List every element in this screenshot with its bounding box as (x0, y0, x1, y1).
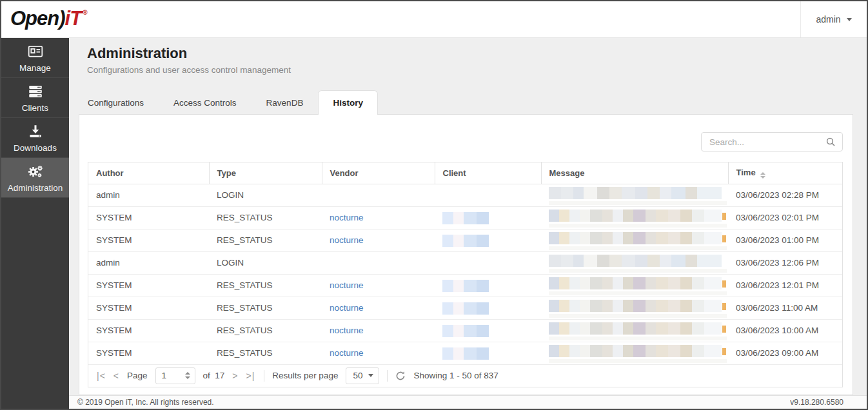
sidebar-item-downloads[interactable]: Downloads (1, 118, 69, 158)
redacted-message-data (549, 345, 722, 357)
column-header-message[interactable]: Message (541, 162, 728, 184)
tab-ravendb[interactable]: RavenDB (252, 90, 319, 115)
vendor-link[interactable]: nocturne (330, 303, 364, 313)
table-row[interactable]: SYSTEM RES_STATUS nocturne 03/06/2023 11… (88, 297, 842, 319)
vendor-cell: nocturne (322, 342, 435, 364)
search-input[interactable] (701, 132, 843, 151)
author-cell: SYSTEM (88, 274, 209, 297)
logo-text: Open) (10, 7, 65, 30)
sidebar-item-clients[interactable]: Clients (1, 78, 69, 118)
redacted-message-data (549, 210, 722, 222)
redacted-message-data (549, 277, 722, 289)
first-page-button[interactable]: |< (97, 371, 106, 381)
time-cell: 03/06/2023 02:28 PM (728, 184, 842, 206)
column-header-type[interactable]: Type (209, 162, 322, 184)
last-page-button[interactable]: >| (246, 371, 255, 381)
sidebar: Manage Clients Downloads (1, 38, 69, 409)
sidebar-item-administration[interactable]: Administration (1, 158, 69, 198)
page-title: Administration (87, 45, 187, 62)
author-cell: admin (88, 251, 209, 274)
page-spinner[interactable] (185, 372, 190, 379)
table-row[interactable]: admin LOGIN 03/06/2023 12:06 PM (88, 251, 842, 274)
client-cell (435, 251, 541, 274)
client-cell (435, 206, 541, 229)
previous-page-button[interactable]: < (113, 371, 119, 381)
history-panel: Author Type Vendor Client Message Time a… (79, 114, 853, 395)
results-per-page-select[interactable]: 50 (346, 367, 379, 384)
time-cell: 03/06/2023 12:01 PM (728, 274, 842, 297)
tab-access-controls[interactable]: Access Controls (159, 90, 252, 115)
time-cell: 03/06/2023 12:06 PM (728, 251, 842, 274)
pagination-bar: |< < Page of 17 > >| Results per page 50 (88, 365, 842, 387)
vendor-link[interactable]: nocturne (330, 213, 364, 222)
vendor-link[interactable]: nocturne (330, 235, 364, 245)
sidebar-item-label: Downloads (14, 143, 57, 153)
vendor-link[interactable]: nocturne (330, 280, 364, 290)
vendor-cell: nocturne (322, 229, 435, 251)
chevron-down-icon (368, 374, 373, 377)
type-cell: RES_STATUS (209, 319, 322, 342)
page-number-input[interactable] (156, 371, 185, 380)
redacted-client-data (442, 347, 489, 360)
vendor-cell: nocturne (322, 319, 435, 342)
column-header-time[interactable]: Time (728, 162, 842, 184)
manage-icon (27, 43, 44, 60)
main-content: Administration Configurations and user a… (69, 38, 867, 395)
copyright-text: © 2019 Open iT, Inc. All rights reserved… (77, 398, 214, 407)
results-per-page-value: 50 (353, 371, 362, 380)
redacted-message-data (549, 232, 722, 244)
message-cell (541, 251, 728, 274)
tab-configurations[interactable]: Configurations (73, 90, 159, 115)
redacted-message-data (549, 187, 722, 199)
redacted-message-line2 (549, 314, 727, 318)
sidebar-item-manage[interactable]: Manage (1, 38, 69, 78)
version-text: v9.18.280.6580 (790, 398, 843, 407)
user-menu[interactable]: admin (800, 1, 867, 37)
message-cell (541, 342, 728, 364)
type-cell: LOGIN (209, 251, 322, 274)
top-bar: Open)iT® admin (1, 1, 867, 38)
table-row[interactable]: SYSTEM RES_STATUS nocturne 03/06/2023 12… (88, 274, 842, 297)
author-cell: SYSTEM (88, 297, 209, 319)
showing-results-text: Showing 1 - 50 of 837 (413, 371, 498, 380)
client-cell (435, 297, 541, 319)
table-row[interactable]: admin LOGIN 03/06/2023 02:28 PM (88, 184, 842, 206)
brand-logo[interactable]: Open)iT® (10, 7, 88, 30)
table-row[interactable]: SYSTEM RES_STATUS nocturne 03/06/2023 02… (88, 206, 842, 229)
client-cell (435, 184, 541, 206)
client-cell (435, 229, 541, 251)
message-cell (541, 274, 728, 297)
client-cell (435, 319, 541, 342)
message-cell (541, 229, 728, 251)
table-row[interactable]: SYSTEM RES_STATUS nocturne 03/06/2023 09… (88, 342, 842, 364)
type-cell: RES_STATUS (209, 206, 322, 229)
spinner-up-icon[interactable] (185, 372, 190, 375)
footer: © 2019 Open iT, Inc. All rights reserved… (69, 395, 867, 409)
message-cell (541, 319, 728, 342)
table-row[interactable]: SYSTEM RES_STATUS nocturne 03/06/2023 10… (88, 319, 842, 342)
time-cell: 03/06/2023 02:01 PM (728, 206, 842, 229)
next-page-button[interactable]: > (232, 371, 238, 381)
search-icon (825, 137, 836, 150)
table-row[interactable]: SYSTEM RES_STATUS nocturne 03/06/2023 01… (88, 229, 842, 251)
redacted-client-data (442, 235, 489, 247)
column-header-vendor[interactable]: Vendor (322, 162, 435, 184)
vendor-link[interactable]: nocturne (330, 326, 364, 335)
redacted-message-line2 (549, 201, 727, 205)
author-cell: SYSTEM (88, 206, 209, 229)
vendor-cell: nocturne (322, 297, 435, 319)
clients-icon (27, 83, 44, 100)
sidebar-item-label: Clients (22, 103, 48, 113)
tab-history[interactable]: History (318, 90, 378, 115)
vendor-link[interactable]: nocturne (330, 348, 364, 358)
column-header-author[interactable]: Author (88, 162, 209, 184)
table-body: admin LOGIN 03/06/2023 02:28 PM SYSTEM R… (88, 184, 842, 364)
spinner-down-icon[interactable] (185, 376, 190, 379)
vendor-cell (322, 184, 435, 206)
redacted-message-line2 (549, 291, 727, 295)
registered-mark-icon: ® (83, 9, 87, 16)
tab-bar: Configurations Access Controls RavenDB H… (73, 90, 378, 115)
refresh-icon[interactable] (395, 371, 406, 381)
column-header-client[interactable]: Client (435, 162, 541, 184)
redacted-message-line2 (549, 269, 727, 273)
